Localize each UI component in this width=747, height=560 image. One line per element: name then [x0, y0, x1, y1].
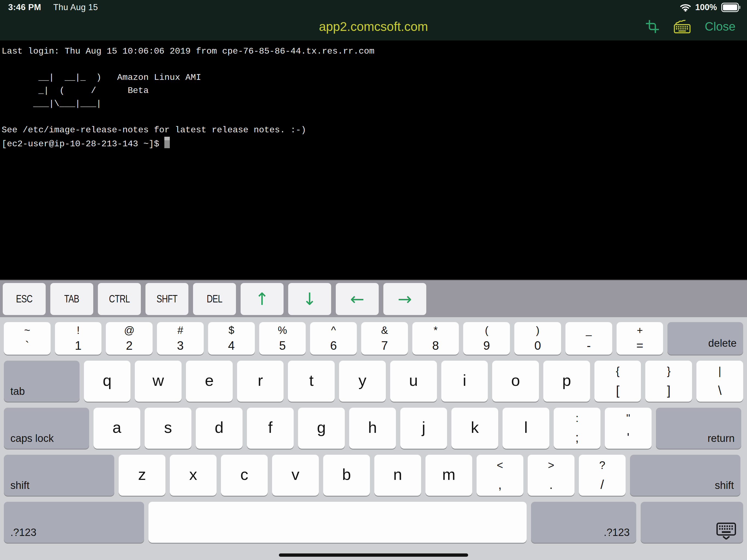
terminal-line: [2, 110, 747, 124]
key-y[interactable]: y: [339, 361, 386, 402]
wifi-icon: [680, 3, 691, 11]
key-t[interactable]: t: [288, 361, 335, 402]
arrow-right-icon: →: [398, 289, 412, 309]
key-i[interactable]: i: [441, 361, 488, 402]
key-backslash[interactable]: |\: [696, 361, 743, 402]
key-minus[interactable]: _-: [565, 322, 612, 355]
terminal-screen[interactable]: Last login: Thu Aug 15 10:06:06 2019 fro…: [0, 41, 747, 280]
arrow-left-icon: ←: [350, 289, 364, 309]
esc-key[interactable]: ESC: [3, 283, 46, 315]
key-caps-lock[interactable]: caps lock: [4, 408, 89, 449]
key-right-bracket[interactable]: }]: [645, 361, 692, 402]
crop-icon: [645, 19, 660, 34]
arrow-down-icon: ↓: [303, 289, 317, 309]
key-apostrophe[interactable]: "': [605, 408, 651, 449]
key-d[interactable]: d: [196, 408, 242, 449]
connection-title: app2.comcsoft.com: [0, 19, 747, 34]
app-header: 3:46 PM Thu Aug 15 100%: [0, 0, 747, 41]
key-backtick[interactable]: ~`: [4, 322, 51, 355]
key-j[interactable]: j: [400, 408, 447, 449]
tab-accessory-key[interactable]: TAB: [50, 283, 93, 315]
ctrl-key[interactable]: CTRL: [98, 283, 141, 315]
key-5[interactable]: %5: [259, 322, 306, 355]
keyboard-icon: [674, 19, 691, 34]
key-r[interactable]: r: [237, 361, 284, 402]
key-m[interactable]: m: [426, 455, 472, 496]
key-n[interactable]: n: [374, 455, 421, 496]
key-return[interactable]: return: [656, 408, 741, 449]
key-shift-right[interactable]: shift: [630, 455, 741, 496]
status-time: 3:46 PM: [8, 2, 41, 12]
terminal-line: See /etc/image-release-notes for latest …: [2, 124, 747, 137]
keyboard-toggle-button[interactable]: [674, 19, 691, 34]
key-0[interactable]: )0: [514, 322, 561, 355]
close-button[interactable]: Close: [705, 20, 736, 33]
key-2[interactable]: @2: [106, 322, 153, 355]
key-comma[interactable]: <,: [476, 455, 523, 496]
key-symbols-right[interactable]: .?123: [531, 502, 636, 543]
arrow-down-key[interactable]: ↓: [288, 283, 331, 315]
key-4[interactable]: $4: [208, 322, 255, 355]
key-left-bracket[interactable]: {[: [594, 361, 641, 402]
key-u[interactable]: u: [390, 361, 437, 402]
key-k[interactable]: k: [452, 408, 498, 449]
key-c[interactable]: c: [221, 455, 268, 496]
key-period[interactable]: >.: [528, 455, 574, 496]
key-s[interactable]: s: [145, 408, 191, 449]
keyboard-row-home: caps lock a s d f g h j k l :; "' return: [0, 408, 747, 449]
key-semicolon[interactable]: :;: [554, 408, 600, 449]
terminal-line-ascii-art: __| __|_ ) Amazon Linux AMI: [2, 71, 747, 84]
title-bar: app2.comcsoft.com: [0, 14, 747, 39]
key-tab[interactable]: tab: [4, 361, 80, 402]
del-key[interactable]: DEL: [193, 283, 236, 315]
keyboard-row-bottom: shift z x c v b n m <, >. ?/ shift: [0, 455, 747, 496]
key-x[interactable]: x: [170, 455, 216, 496]
home-indicator[interactable]: [279, 554, 468, 557]
key-space[interactable]: [149, 502, 526, 543]
key-z[interactable]: z: [119, 455, 165, 496]
shell-prompt: [ec2-user@ip-10-28-213-143 ~]$: [2, 139, 164, 149]
key-e[interactable]: e: [186, 361, 233, 402]
shft-key[interactable]: SHFT: [146, 283, 188, 315]
key-7[interactable]: &7: [361, 322, 408, 355]
key-g[interactable]: g: [298, 408, 345, 449]
key-h[interactable]: h: [349, 408, 396, 449]
key-v[interactable]: v: [272, 455, 319, 496]
arrow-right-key[interactable]: →: [383, 283, 426, 315]
terminal-line-ascii-art: ___|\___|___|: [2, 97, 747, 110]
keyboard-row-numbers: ~` !1 @2 #3 $4 %5 ^6 &7 *8 (9 )0 _- += d…: [0, 322, 747, 355]
key-9[interactable]: (9: [463, 322, 510, 355]
key-b[interactable]: b: [323, 455, 370, 496]
key-6[interactable]: ^6: [310, 322, 357, 355]
terminal-line: [2, 58, 747, 71]
key-f[interactable]: f: [247, 408, 294, 449]
terminal-line: Last login: Thu Aug 15 10:06:06 2019 fro…: [2, 45, 747, 58]
keyboard-dismiss-icon: [716, 523, 736, 539]
keyboard-row-space: .?123 .?123: [0, 502, 747, 543]
key-q[interactable]: q: [84, 361, 131, 402]
key-3[interactable]: #3: [157, 322, 204, 355]
key-8[interactable]: *8: [412, 322, 459, 355]
key-slash[interactable]: ?/: [579, 455, 626, 496]
terminal-accessory-bar: ESC TAB CTRL SHFT DEL ↑ ↓ ← →: [0, 280, 747, 317]
key-o[interactable]: o: [492, 361, 539, 402]
key-symbols-left[interactable]: .?123: [4, 502, 144, 543]
status-right: 100%: [680, 2, 739, 12]
arrow-left-key[interactable]: ←: [336, 283, 379, 315]
header-actions: Close: [645, 14, 736, 39]
key-p[interactable]: p: [543, 361, 590, 402]
status-date: Thu Aug 15: [53, 2, 98, 12]
key-delete[interactable]: delete: [667, 322, 743, 355]
crop-button[interactable]: [645, 19, 660, 34]
status-bar: 3:46 PM Thu Aug 15 100%: [0, 2, 747, 13]
terminal-cursor: [164, 137, 170, 148]
key-equals[interactable]: +=: [617, 322, 663, 355]
terminal-prompt-line: [ec2-user@ip-10-28-213-143 ~]$: [2, 137, 747, 151]
key-a[interactable]: a: [94, 408, 140, 449]
key-1[interactable]: !1: [55, 322, 102, 355]
key-l[interactable]: l: [503, 408, 549, 449]
key-w[interactable]: w: [135, 361, 182, 402]
arrow-up-key[interactable]: ↑: [241, 283, 284, 315]
key-shift-left[interactable]: shift: [4, 455, 114, 496]
key-dismiss-keyboard[interactable]: [641, 502, 743, 543]
